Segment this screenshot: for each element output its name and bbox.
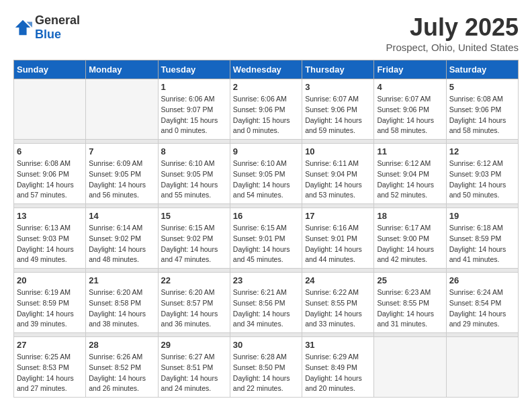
day-number: 11 [377,146,443,156]
day-cell: 26Sunrise: 6:24 AM Sunset: 8:54 PM Dayli… [446,273,518,333]
day-cell: 1Sunrise: 6:06 AM Sunset: 9:07 PM Daylig… [158,79,230,140]
week-row: 1Sunrise: 6:06 AM Sunset: 9:07 PM Daylig… [14,79,519,140]
day-number: 29 [161,340,227,350]
day-cell: 9Sunrise: 6:10 AM Sunset: 9:05 PM Daylig… [230,144,302,204]
day-info: Sunrise: 6:06 AM Sunset: 9:07 PM Dayligh… [161,94,227,136]
day-info: Sunrise: 6:09 AM Sunset: 9:05 PM Dayligh… [89,158,154,201]
week-row: 27Sunrise: 6:25 AM Sunset: 8:53 PM Dayli… [14,337,519,398]
weekday-header: Wednesday [230,60,302,79]
day-info: Sunrise: 6:07 AM Sunset: 9:06 PM Dayligh… [377,94,443,136]
day-number: 18 [377,211,443,221]
location: Prospect, Ohio, United States [386,42,519,53]
day-number: 25 [377,275,443,285]
logo-blue: Blue [35,28,61,41]
day-info: Sunrise: 6:28 AM Sunset: 8:50 PM Dayligh… [233,352,299,394]
day-number: 28 [89,340,154,350]
day-info: Sunrise: 6:22 AM Sunset: 8:55 PM Dayligh… [305,287,371,330]
day-number: 19 [449,211,515,221]
day-info: Sunrise: 6:29 AM Sunset: 8:49 PM Dayligh… [305,352,371,394]
day-info: Sunrise: 6:24 AM Sunset: 8:54 PM Dayligh… [449,287,515,330]
day-info: Sunrise: 6:10 AM Sunset: 9:05 PM Dayligh… [233,158,299,201]
day-info: Sunrise: 6:17 AM Sunset: 9:00 PM Dayligh… [377,223,443,265]
day-number: 8 [161,146,227,156]
day-number: 17 [305,211,371,221]
day-info: Sunrise: 6:19 AM Sunset: 8:59 PM Dayligh… [17,287,83,330]
day-cell: 29Sunrise: 6:27 AM Sunset: 8:51 PM Dayli… [158,337,230,398]
week-row: 13Sunrise: 6:13 AM Sunset: 9:03 PM Dayli… [14,208,519,269]
day-info: Sunrise: 6:12 AM Sunset: 9:03 PM Dayligh… [449,158,515,201]
day-cell [86,79,158,140]
weekday-header: Monday [86,60,158,79]
logo: General Blue [13,13,80,42]
day-cell: 30Sunrise: 6:28 AM Sunset: 8:50 PM Dayli… [230,337,302,398]
week-row: 6Sunrise: 6:08 AM Sunset: 9:06 PM Daylig… [14,144,519,204]
day-number: 16 [233,211,299,221]
day-cell: 6Sunrise: 6:08 AM Sunset: 9:06 PM Daylig… [14,144,86,204]
day-number: 7 [89,146,154,156]
day-info: Sunrise: 6:10 AM Sunset: 9:05 PM Dayligh… [161,158,227,201]
day-info: Sunrise: 6:16 AM Sunset: 9:01 PM Dayligh… [305,223,371,265]
day-number: 24 [305,275,371,285]
day-cell: 16Sunrise: 6:15 AM Sunset: 9:01 PM Dayli… [230,208,302,269]
day-number: 13 [17,211,83,221]
day-info: Sunrise: 6:13 AM Sunset: 9:03 PM Dayligh… [17,223,83,265]
day-cell: 14Sunrise: 6:14 AM Sunset: 9:02 PM Dayli… [86,208,158,269]
day-cell: 3Sunrise: 6:07 AM Sunset: 9:06 PM Daylig… [302,79,374,140]
day-info: Sunrise: 6:23 AM Sunset: 8:55 PM Dayligh… [377,287,443,330]
day-info: Sunrise: 6:20 AM Sunset: 8:57 PM Dayligh… [161,287,227,330]
day-number: 22 [161,275,227,285]
day-number: 4 [377,82,443,92]
day-cell: 20Sunrise: 6:19 AM Sunset: 8:59 PM Dayli… [14,273,86,333]
day-number: 20 [17,275,83,285]
day-cell: 25Sunrise: 6:23 AM Sunset: 8:55 PM Dayli… [374,273,446,333]
page-header: General Blue July 2025 Prospect, Ohio, U… [13,13,519,53]
day-number: 26 [449,275,515,285]
day-number: 2 [233,82,299,92]
day-cell: 8Sunrise: 6:10 AM Sunset: 9:05 PM Daylig… [158,144,230,204]
day-cell: 15Sunrise: 6:15 AM Sunset: 9:02 PM Dayli… [158,208,230,269]
day-cell: 2Sunrise: 6:06 AM Sunset: 9:06 PM Daylig… [230,79,302,140]
day-number: 14 [89,211,154,221]
weekday-header: Saturday [446,60,518,79]
day-cell: 28Sunrise: 6:26 AM Sunset: 8:52 PM Dayli… [86,337,158,398]
day-info: Sunrise: 6:18 AM Sunset: 8:59 PM Dayligh… [449,223,515,265]
weekday-header: Thursday [302,60,374,79]
day-cell: 13Sunrise: 6:13 AM Sunset: 9:03 PM Dayli… [14,208,86,269]
day-cell: 31Sunrise: 6:29 AM Sunset: 8:49 PM Dayli… [302,337,374,398]
day-cell: 7Sunrise: 6:09 AM Sunset: 9:05 PM Daylig… [86,144,158,204]
day-cell [446,337,518,398]
day-number: 1 [161,82,227,92]
day-cell: 5Sunrise: 6:08 AM Sunset: 9:06 PM Daylig… [446,79,518,140]
day-cell: 27Sunrise: 6:25 AM Sunset: 8:53 PM Dayli… [14,337,86,398]
day-info: Sunrise: 6:25 AM Sunset: 8:53 PM Dayligh… [17,352,83,394]
day-info: Sunrise: 6:26 AM Sunset: 8:52 PM Dayligh… [89,352,154,394]
week-row: 20Sunrise: 6:19 AM Sunset: 8:59 PM Dayli… [14,273,519,333]
day-cell: 21Sunrise: 6:20 AM Sunset: 8:58 PM Dayli… [86,273,158,333]
day-info: Sunrise: 6:14 AM Sunset: 9:02 PM Dayligh… [89,223,154,265]
weekday-header: Tuesday [158,60,230,79]
day-info: Sunrise: 6:15 AM Sunset: 9:02 PM Dayligh… [161,223,227,265]
weekday-header: Sunday [14,60,86,79]
logo-icon [13,18,32,37]
day-cell: 17Sunrise: 6:16 AM Sunset: 9:01 PM Dayli… [302,208,374,269]
day-number: 27 [17,340,83,350]
day-info: Sunrise: 6:11 AM Sunset: 9:04 PM Dayligh… [305,158,371,201]
day-cell: 4Sunrise: 6:07 AM Sunset: 9:06 PM Daylig… [374,79,446,140]
logo-general: General [35,13,80,27]
day-number: 23 [233,275,299,285]
day-number: 6 [17,146,83,156]
weekday-header: Friday [374,60,446,79]
day-number: 5 [449,82,515,92]
month-year: July 2025 [386,13,519,42]
day-info: Sunrise: 6:08 AM Sunset: 9:06 PM Dayligh… [449,94,515,136]
day-cell: 24Sunrise: 6:22 AM Sunset: 8:55 PM Dayli… [302,273,374,333]
day-number: 3 [305,82,371,92]
day-number: 31 [305,340,371,350]
day-cell: 18Sunrise: 6:17 AM Sunset: 9:00 PM Dayli… [374,208,446,269]
day-number: 30 [233,340,299,350]
day-cell: 22Sunrise: 6:20 AM Sunset: 8:57 PM Dayli… [158,273,230,333]
day-cell: 10Sunrise: 6:11 AM Sunset: 9:04 PM Dayli… [302,144,374,204]
weekday-header-row: SundayMondayTuesdayWednesdayThursdayFrid… [14,60,519,79]
day-info: Sunrise: 6:27 AM Sunset: 8:51 PM Dayligh… [161,352,227,394]
day-info: Sunrise: 6:06 AM Sunset: 9:06 PM Dayligh… [233,94,299,136]
